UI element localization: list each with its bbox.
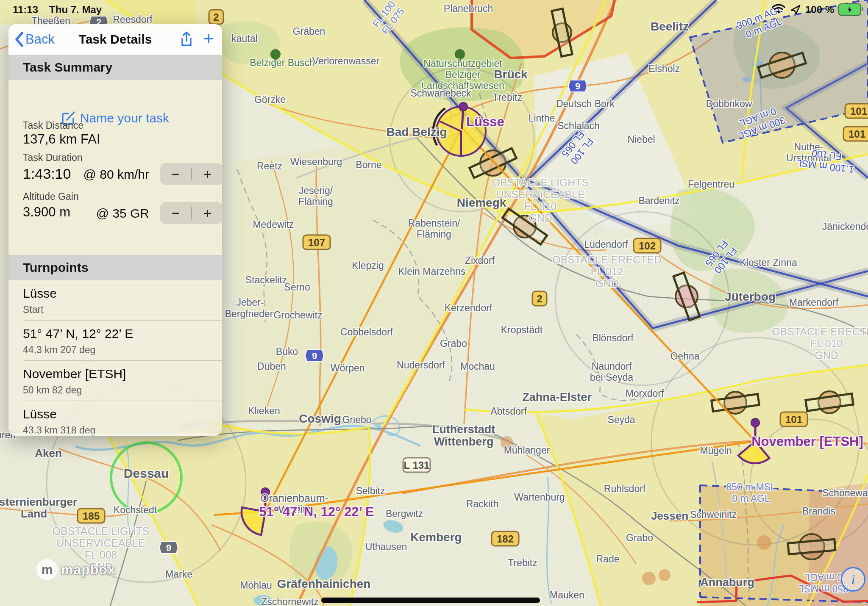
- turnpoint-row[interactable]: Lüsse 43,3 km 318 deg: [8, 401, 222, 436]
- map-label: Linthe: [529, 113, 555, 124]
- map-label: Zixdorf: [465, 255, 495, 266]
- map-label: Elsholz: [648, 63, 680, 74]
- map-label: Rackith: [466, 498, 499, 509]
- svg-text:2: 2: [213, 11, 219, 23]
- speed-value: @ 80 km/hr: [83, 167, 150, 182]
- app-screen: 107102101101101185182222999L 131TheeßenR…: [0, 0, 868, 606]
- map-label: Grabo: [440, 338, 467, 349]
- home-indicator[interactable]: [321, 598, 540, 603]
- map-label: Kropstädt: [501, 324, 543, 335]
- map-label: Brandis: [802, 506, 835, 517]
- turnpoint-detail: 50 km 82 deg: [23, 385, 82, 396]
- info-button[interactable]: i: [841, 567, 865, 592]
- map-label: Markendorf: [789, 297, 839, 308]
- name-task-label: Name your task: [80, 111, 169, 125]
- map-label: Dessau: [124, 466, 169, 480]
- map-label: Möhlau: [240, 580, 272, 591]
- map-label: Jüterbog: [725, 290, 776, 303]
- chevron-left-icon: [14, 32, 24, 47]
- map-label: Abtsdorf: [490, 406, 527, 417]
- map-label: Gräfenhainichen: [277, 577, 371, 590]
- turnpoint-row[interactable]: Lüsse Start: [8, 280, 222, 321]
- map-label: Mauken: [550, 589, 584, 600]
- svg-text:185: 185: [83, 510, 100, 522]
- map-label: Zahna-Elster: [522, 391, 592, 404]
- svg-text:182: 182: [497, 533, 514, 545]
- task-summary-header: Task Summary: [8, 55, 222, 80]
- svg-text:9: 9: [166, 542, 171, 553]
- glide-increment-button[interactable]: +: [192, 202, 222, 224]
- altitude-value: 3.900 m: [23, 205, 70, 220]
- map-label: Zschornewitz: [261, 596, 318, 606]
- map-label: Kochstedt: [114, 504, 157, 515]
- turnpoint-name: November [ETSH]: [23, 367, 126, 381]
- map-label: Bardenitz: [638, 195, 679, 206]
- turnpoint-name: Lüsse: [23, 407, 57, 421]
- svg-text:101: 101: [850, 105, 867, 117]
- map-label: Bad Belzig: [386, 125, 447, 138]
- map-label: Wiesenburg: [290, 156, 342, 167]
- map-label: Oehna: [670, 351, 699, 362]
- map-label: Medewitz: [253, 219, 294, 230]
- add-turnpoints-button[interactable]: Add Turnpoints: [8, 433, 222, 436]
- map-label: Grabo: [626, 532, 653, 543]
- svg-text:L 131: L 131: [404, 459, 430, 471]
- map-label: Stackelitz: [245, 274, 287, 285]
- map-label: Jessen: [651, 509, 688, 522]
- panel-header: Back Task Details +: [8, 24, 222, 55]
- map-label: Ruhlsdorf: [604, 483, 646, 494]
- map-label: Belziger Busch: [250, 57, 314, 68]
- map-label: Serno: [284, 282, 310, 293]
- task-summary-label: Task Summary: [23, 60, 112, 75]
- map-label: 51° 47’ N, 12° 22’ E: [259, 504, 374, 519]
- map-label: Reetz: [257, 160, 282, 172]
- map-label: Mügeln: [700, 445, 732, 456]
- map-label: Rade: [596, 553, 620, 564]
- turnpoint-row[interactable]: 51° 47’ N, 12° 22’ E 44,3 km 207 deg: [8, 321, 222, 361]
- map-label: Schweinitz: [690, 509, 737, 520]
- map-label: kautal: [231, 33, 257, 44]
- svg-text:9: 9: [312, 351, 317, 361]
- svg-text:101: 101: [849, 128, 865, 140]
- mapbox-attribution[interactable]: m mapbox: [36, 559, 116, 580]
- map-label: Dobbrikow: [706, 98, 752, 109]
- glide-ratio-value: @ 35 GR: [96, 206, 150, 221]
- turnpoint-row[interactable]: November [ETSH] 50 km 82 deg: [8, 361, 222, 401]
- turnpoint-name: Lüsse: [23, 286, 57, 301]
- map-label: Mochau: [460, 361, 495, 372]
- map-label: 850 m MSL0 m AGL: [798, 572, 849, 594]
- altitude-label: Altitude Gain: [23, 191, 79, 202]
- map-label: Griebo: [342, 414, 371, 425]
- map-label: Klepzig: [352, 260, 384, 271]
- svg-text:9: 9: [575, 81, 580, 91]
- map-label: Görzke: [254, 94, 286, 105]
- glide-ratio-stepper: − +: [160, 202, 222, 224]
- speed-increment-button[interactable]: +: [192, 163, 222, 185]
- map-label: Uthausen: [365, 541, 407, 552]
- map-label: Düben: [257, 361, 286, 372]
- map-label: Schönewa: [822, 487, 868, 498]
- turnpoint-name: 51° 47’ N, 12° 22’ E: [23, 327, 133, 341]
- glide-decrement-button[interactable]: −: [160, 202, 191, 224]
- distance-value: 137,6 km FAI: [23, 132, 100, 147]
- map-label: Coswig: [299, 412, 341, 425]
- map-label: Reesdorf: [113, 14, 153, 25]
- map-label: Selbitz: [356, 485, 385, 496]
- add-task-button[interactable]: +: [200, 31, 217, 48]
- map-label: Trebitz: [508, 557, 537, 568]
- share-button[interactable]: [178, 31, 195, 48]
- map-label: Naundorfbei Seyda: [590, 361, 634, 383]
- map-label: Gräben: [293, 26, 326, 37]
- map-label: Planebruch: [444, 3, 493, 14]
- map-label: Cobbelsdorf: [340, 327, 393, 338]
- svg-text:101: 101: [785, 414, 802, 425]
- speed-decrement-button[interactable]: −: [160, 163, 191, 185]
- map-label: Aken: [35, 447, 62, 459]
- svg-text:107: 107: [308, 237, 325, 248]
- map-label: Jänickendorf: [822, 221, 868, 232]
- info-icon: i: [851, 572, 855, 587]
- map-label: Annaburg: [700, 576, 754, 589]
- distance-label: Task Distance: [23, 120, 83, 131]
- back-button[interactable]: Back: [14, 32, 55, 47]
- turnpoints-label: Turnpoints: [23, 260, 88, 275]
